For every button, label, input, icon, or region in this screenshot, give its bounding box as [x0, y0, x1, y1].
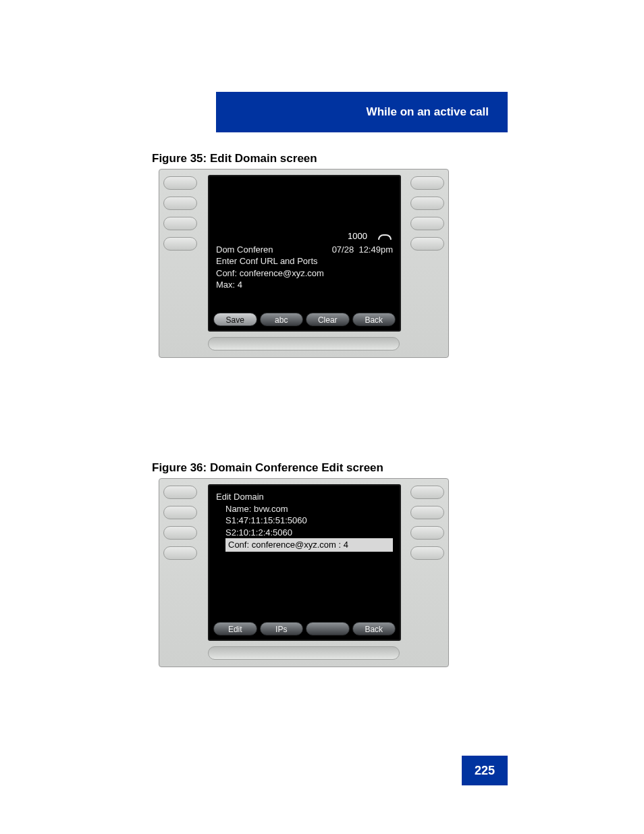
line-key-l3[interactable]	[163, 526, 197, 540]
phone-device-figure-35: 1000 Dom Conferen 07/28 12:49pm Enter Co…	[159, 169, 449, 358]
line-key-r3[interactable]	[410, 217, 444, 230]
max-ports-line: Max: 4	[216, 279, 393, 291]
line-key-l2[interactable]	[163, 197, 197, 210]
status-bar: 1000	[216, 230, 393, 242]
softkey-row: Edit IPs Back	[213, 622, 396, 635]
server2-line: S2:10:1:2:4:5060	[216, 527, 393, 539]
page-number: 225	[475, 764, 495, 778]
figure-36-caption: Figure 36: Domain Conference Edit screen	[152, 461, 383, 475]
date-time: 07/28 12:49pm	[332, 244, 393, 256]
softkey-ips[interactable]: IPs	[260, 622, 304, 635]
line-key-r2[interactable]	[410, 197, 444, 210]
figure-35-caption: Figure 35: Edit Domain screen	[152, 152, 317, 165]
server1-line: S1:47:11:15:51:5060	[216, 515, 393, 527]
left-hardkeys	[163, 486, 203, 560]
line-key-r1[interactable]	[410, 486, 444, 499]
right-hardkeys	[405, 486, 444, 560]
screen-title: Edit Domain	[216, 491, 393, 503]
page-header-title: While on an active call	[367, 105, 489, 119]
extension-number: 1000	[348, 230, 367, 242]
line-key-l4[interactable]	[163, 546, 197, 560]
right-hardkeys	[405, 176, 444, 251]
line-key-l4[interactable]	[163, 237, 197, 251]
line-key-r4[interactable]	[410, 546, 444, 560]
domain-name-line: Name: bvw.com	[216, 503, 393, 515]
softkey-blank[interactable]	[306, 622, 350, 635]
page-number-box: 225	[462, 756, 508, 785]
line-key-l1[interactable]	[163, 486, 197, 499]
softkey-edit[interactable]: Edit	[213, 622, 257, 635]
phone-device-figure-36: Edit Domain Name: bvw.com S1:47:11:15:51…	[159, 478, 449, 667]
handset-icon	[378, 233, 389, 240]
line-key-r4[interactable]	[410, 237, 444, 251]
edit-domain-screen: 1000 Dom Conferen 07/28 12:49pm Enter Co…	[208, 175, 401, 332]
bezel-groove	[208, 646, 400, 660]
softkey-abc[interactable]: abc	[260, 313, 304, 326]
conf-line-selected[interactable]: Conf: conference@xyz.com : 4	[216, 538, 393, 552]
line-key-r1[interactable]	[410, 176, 444, 190]
page-header: While on an active call	[216, 92, 508, 132]
screen-title: Dom Conferen	[216, 244, 273, 256]
line-key-l3[interactable]	[163, 217, 197, 230]
softkey-clear[interactable]: Clear	[306, 313, 350, 326]
left-hardkeys	[163, 176, 203, 251]
prompt-line: Enter Conf URL and Ports	[216, 255, 393, 267]
softkey-back[interactable]: Back	[352, 622, 396, 635]
line-key-r2[interactable]	[410, 506, 444, 519]
line-key-r3[interactable]	[410, 526, 444, 540]
line-key-l1[interactable]	[163, 176, 197, 190]
domain-conference-edit-screen: Edit Domain Name: bvw.com S1:47:11:15:51…	[208, 484, 401, 641]
softkey-row: Save abc Clear Back	[213, 313, 396, 326]
softkey-save[interactable]: Save	[213, 313, 257, 326]
line-key-l2[interactable]	[163, 506, 197, 519]
softkey-back[interactable]: Back	[352, 313, 396, 326]
conf-url-line: Conf: conference@xyz.com	[216, 267, 393, 280]
bezel-groove	[208, 337, 400, 350]
title-date-row: Dom Conferen 07/28 12:49pm	[216, 244, 393, 256]
